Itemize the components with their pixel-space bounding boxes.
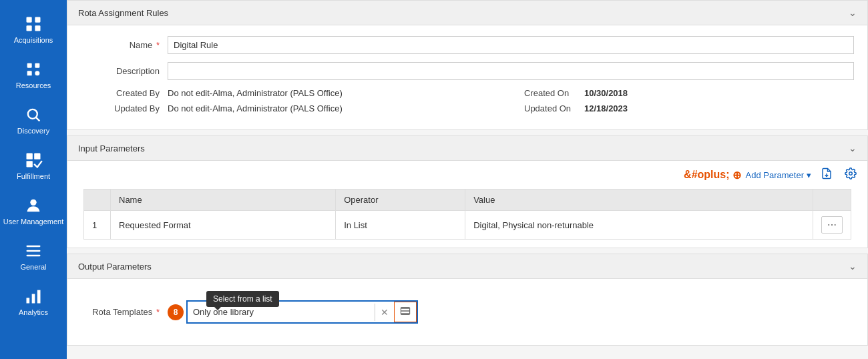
rota-required: * [156,307,160,317]
rota-clear-button[interactable]: ✕ [375,304,394,321]
rota-templates-label: Rota Templates * [81,307,168,317]
svg-rect-19 [37,290,41,304]
add-parameter-label: Add Parameter [746,170,804,180]
svg-rect-1 [35,17,40,23]
sidebar-item-discovery[interactable]: Discovery [0,97,67,143]
sidebar-item-general[interactable]: General [0,234,67,279]
description-input[interactable] [168,62,854,80]
analytics-icon [24,287,43,306]
created-by-value: Do not edit-Alma, Administrator (PALS Of… [168,88,343,98]
resources-icon [24,60,43,79]
description-row: Description [81,62,854,80]
svg-rect-18 [32,294,35,304]
list-icon [400,306,411,316]
general-icon [24,242,43,260]
output-parameters-header: Output Parameters ⌄ [67,254,867,279]
svg-rect-3 [35,25,40,31]
export-icon-button[interactable] [818,166,835,184]
row-index: 1 [84,211,111,240]
sidebar-item-analytics[interactable]: Analytics [0,279,67,324]
sidebar-item-fulfillment[interactable]: Fulfillment [0,143,67,188]
row-actions: ⋯ [813,211,851,240]
updated-by-group: Do not edit-Alma, Administrator (PALS Of… [168,103,854,113]
params-table-wrapper: Name Operator Value 1 Requested Format I… [67,189,867,248]
badge-container: 8 Select from a list [168,304,186,320]
sidebar-item-general-label: General [20,263,46,271]
row-operator: In List [336,211,465,240]
output-parameters-title: Output Parameters [78,262,152,272]
updated-row: Updated By Do not edit-Alma, Administrat… [81,103,854,113]
sidebar-item-acquisitions[interactable]: Acquisitions [0,7,67,52]
created-on-label: Created On [524,88,584,98]
svg-point-21 [849,172,853,175]
row-actions-button[interactable]: ⋯ [821,216,843,234]
rota-assignment-collapse-icon[interactable]: ⌄ [849,7,857,18]
svg-rect-17 [27,298,30,303]
export-icon [821,167,833,180]
col-value: Value [465,190,813,211]
svg-point-8 [28,109,37,119]
output-parameters-collapse-icon[interactable]: ⌄ [849,261,857,272]
rota-assignment-section: Rota Assignment Rules ⌄ Name * Descripti… [67,0,868,130]
sidebar-item-resources-label: Resources [16,81,51,89]
settings-icon [845,167,857,180]
row-value: Digital, Physical non-returnable [465,211,813,240]
discovery-icon [24,105,43,124]
updated-on-label: Updated On [524,103,584,113]
user-management-icon [24,196,43,215]
plus-symbol: ⊕ [732,169,741,182]
created-on-value: 10/30/2018 [584,88,628,98]
main-content: Rota Assignment Rules ⌄ Name * Descripti… [67,0,868,359]
input-parameters-header: Input Parameters ⌄ [67,136,867,161]
fulfillment-icon [24,151,43,169]
svg-rect-6 [27,71,32,75]
rota-assignment-title: Rota Assignment Rules [78,8,168,18]
name-input[interactable] [168,36,854,54]
input-parameters-section: Input Parameters ⌄ &#oplus; ⊕ Add Parame… [67,135,868,248]
table-row: 1 Requested Format In List Digital, Phys… [84,211,851,240]
settings-icon-button[interactable] [842,166,859,184]
svg-rect-15 [27,250,41,252]
name-required: * [156,40,160,50]
col-name: Name [111,190,336,211]
step-badge: 8 [168,304,184,320]
add-parameter-arrow: ▾ [807,170,811,180]
sidebar-item-acquisitions-label: Acquisitions [14,36,53,44]
input-parameters-collapse-icon[interactable]: ⌄ [849,143,857,153]
col-index [84,190,111,211]
add-parameter-button[interactable]: &#oplus; ⊕ Add Parameter ▾ [684,169,811,182]
svg-rect-14 [27,246,41,247]
svg-rect-11 [34,153,40,159]
params-toolbar: &#oplus; ⊕ Add Parameter ▾ [67,161,867,189]
output-parameters-body: Rota Templates * 8 Select from a list ✕ [67,279,867,345]
updated-by-pair: Do not edit-Alma, Administrator (PALS Of… [168,103,497,113]
created-by-group: Do not edit-Alma, Administrator (PALS Of… [168,88,854,98]
sidebar-item-discovery-label: Discovery [17,127,49,135]
col-operator: Operator [336,190,465,211]
svg-rect-2 [27,25,32,31]
plus-icon: &#oplus; [684,169,729,181]
output-parameters-section: Output Parameters ⌄ Rota Templates * 8 S… [67,254,868,346]
created-by-pair: Do not edit-Alma, Administrator (PALS Of… [168,88,497,98]
sidebar-item-user-management[interactable]: User Management [0,188,67,234]
select-list-tooltip: Select from a list [206,291,279,307]
rota-list-button[interactable] [394,302,417,322]
sidebar-item-resources[interactable]: Resources [0,52,67,97]
svg-rect-16 [27,255,41,256]
svg-point-13 [30,200,36,206]
col-actions [813,190,851,211]
rota-assignment-header: Rota Assignment Rules ⌄ [67,1,867,25]
input-parameters-title: Input Parameters [78,143,145,153]
name-label: Name * [81,40,168,50]
sidebar-item-fulfillment-label: Fulfillment [17,172,50,180]
svg-line-9 [36,117,39,121]
rota-assignment-body: Name * Description Created By Do not edi… [67,25,867,129]
updated-by-label: Updated By [81,103,168,113]
updated-on-value: 12/18/2023 [584,103,628,113]
sidebar: Acquisitions Resources Discovery Fulfill… [0,0,67,359]
updated-by-value: Do not edit-Alma, Administrator (PALS Of… [168,103,343,113]
updated-on-pair: Updated On 12/18/2023 [524,103,854,113]
sidebar-item-user-management-label: User Management [3,218,64,226]
created-by-label: Created By [81,88,168,98]
rota-templates-row: Rota Templates * 8 Select from a list ✕ [81,300,854,324]
